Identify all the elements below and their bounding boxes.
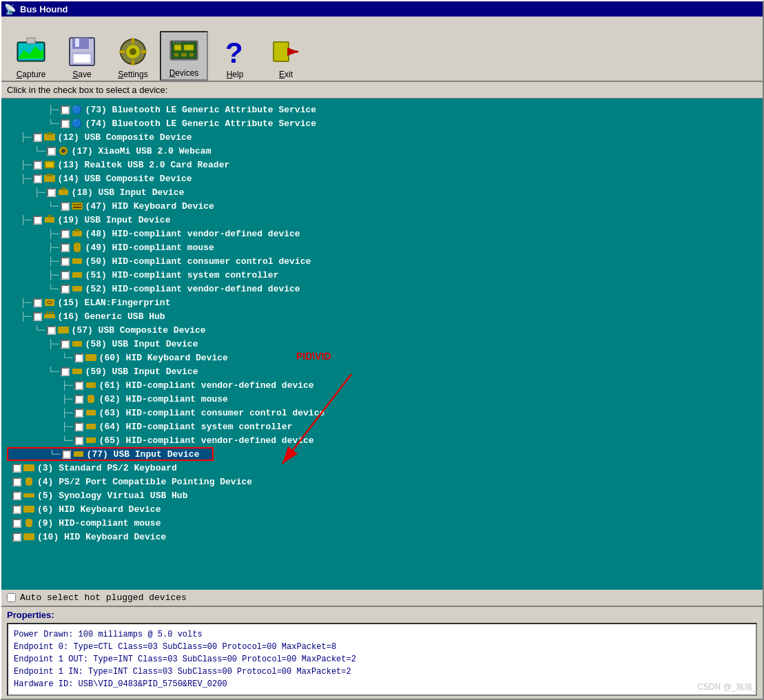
device-checkbox[interactable] bbox=[61, 243, 70, 252]
list-item[interactable]: └─ (57) USB Composite Device bbox=[7, 323, 757, 337]
device-checkbox[interactable] bbox=[74, 409, 83, 418]
list-item[interactable]: └─ (52) HID-compliant vendor-defined dev… bbox=[7, 282, 757, 296]
svg-rect-12 bbox=[132, 60, 134, 65]
usb-hub-icon bbox=[43, 311, 56, 322]
list-item[interactable]: (10) HID Keyboard Device bbox=[7, 530, 757, 544]
list-item[interactable]: (9) HID-compliant mouse bbox=[7, 516, 757, 530]
list-item[interactable]: (3) Standard PS/2 Keyboard bbox=[7, 461, 757, 475]
device-checkbox[interactable] bbox=[74, 395, 83, 404]
auto-select-label[interactable]: Auto select hot plugged devices bbox=[20, 593, 187, 603]
device-checkbox[interactable] bbox=[61, 119, 70, 128]
list-item[interactable]: └─ (17) XiaoMi USB 2.0 Webcam bbox=[7, 144, 757, 158]
device-checkbox[interactable] bbox=[33, 298, 42, 307]
toolbar: Capture Save bbox=[1, 17, 763, 82]
device-checkbox[interactable] bbox=[33, 133, 42, 142]
device-checkbox[interactable] bbox=[74, 422, 83, 431]
svg-rect-65 bbox=[86, 410, 96, 415]
device-checkbox[interactable] bbox=[61, 202, 70, 211]
list-item[interactable]: ├─ (48) HID-compliant vendor-defined dev… bbox=[7, 227, 757, 240]
capture-button[interactable]: Capture bbox=[7, 34, 55, 81]
device-checkbox[interactable] bbox=[33, 312, 42, 321]
device-checkbox[interactable] bbox=[12, 519, 21, 528]
hid-icon2 bbox=[71, 256, 83, 267]
device-checkbox[interactable] bbox=[61, 271, 70, 280]
list-item[interactable]: (6) HID Keyboard Device bbox=[7, 502, 757, 516]
list-item[interactable]: ├─ (16) Generic USB Hub bbox=[7, 309, 757, 323]
list-item[interactable]: (5) Synology Virtual USB Hub bbox=[7, 488, 757, 502]
list-item[interactable]: ├─ (64) HID-compliant system controller bbox=[7, 420, 757, 433]
device-checkbox[interactable] bbox=[74, 381, 83, 390]
svg-rect-57 bbox=[49, 311, 51, 314]
device-checkbox[interactable] bbox=[61, 340, 70, 349]
list-item[interactable]: ├─ (63) HID-compliant consumer control d… bbox=[7, 406, 757, 420]
hid-mouse-icon bbox=[23, 517, 35, 528]
list-item[interactable]: ├─ (49) HID-compliant mouse bbox=[7, 240, 757, 254]
list-item[interactable]: └─ (65) HID-compliant vendor-defined dev… bbox=[7, 433, 757, 447]
list-item[interactable]: ├─ (62) HID-compliant mouse bbox=[7, 392, 757, 406]
device-checkbox[interactable] bbox=[61, 105, 70, 114]
usb-composite-icon bbox=[43, 132, 56, 143]
svg-rect-21 bbox=[189, 53, 194, 56]
list-item[interactable]: ├─ (61) HID-compliant vendor-defined dev… bbox=[7, 378, 757, 392]
mouse-icon bbox=[71, 242, 83, 253]
auto-select-checkbox[interactable] bbox=[7, 593, 16, 602]
help-button[interactable]: ? Help bbox=[211, 34, 259, 81]
device-checkbox[interactable] bbox=[61, 367, 70, 376]
device-checkbox[interactable] bbox=[12, 533, 21, 542]
list-item[interactable]: ├─ (51) HID-compliant system controller bbox=[7, 268, 757, 282]
exit-label: Exit bbox=[279, 70, 293, 79]
device-checkbox[interactable] bbox=[62, 450, 71, 459]
device-checkbox[interactable] bbox=[12, 477, 21, 486]
save-button[interactable]: Save bbox=[58, 34, 106, 81]
device-checkbox[interactable] bbox=[74, 436, 83, 445]
selected-device-item[interactable]: └─ (77) USB Input Device bbox=[7, 447, 214, 461]
list-item[interactable]: ├─ 🔵 (73) Bluetooth LE Generic Attribute… bbox=[7, 103, 757, 116]
device-checkbox[interactable] bbox=[12, 505, 21, 514]
device-checkbox[interactable] bbox=[61, 285, 70, 294]
list-item[interactable]: └─ (47) HID Keyboard Device bbox=[7, 199, 757, 213]
list-item[interactable]: ├─ (15) ELAN:Fingerprint bbox=[7, 296, 757, 309]
list-item[interactable]: └─ 🔵 (74) Bluetooth LE Generic Attribute… bbox=[7, 116, 757, 130]
device-checkbox[interactable] bbox=[74, 353, 83, 362]
device-checkbox[interactable] bbox=[12, 464, 21, 473]
hid-icon7 bbox=[85, 421, 97, 432]
svg-rect-71 bbox=[23, 464, 34, 471]
list-item[interactable]: ├─ (12) USB Composite Device bbox=[7, 130, 757, 144]
list-item[interactable]: └─ (60) HID Keyboard Device bbox=[7, 351, 757, 364]
svg-rect-53 bbox=[72, 286, 82, 291]
device-checkbox[interactable] bbox=[47, 188, 56, 197]
usb-input-icon5 bbox=[72, 449, 85, 460]
device-checkbox[interactable] bbox=[12, 491, 21, 500]
list-item[interactable]: ├─ (14) USB Composite Device bbox=[7, 172, 757, 185]
property-line-3: Endpoint 1 OUT: Type=INT Class=03 SubCla… bbox=[14, 653, 750, 666]
device-checkbox[interactable] bbox=[61, 229, 70, 238]
svg-rect-13 bbox=[119, 50, 125, 53]
list-item[interactable]: ├─ (19) USB Input Device bbox=[7, 213, 757, 227]
device-checkbox[interactable] bbox=[61, 257, 70, 266]
svg-rect-14 bbox=[141, 50, 147, 53]
devices-button[interactable]: Devices bbox=[160, 31, 208, 81]
svg-rect-5 bbox=[75, 39, 79, 47]
device-checkbox[interactable] bbox=[33, 174, 42, 183]
ps2-keyboard-icon bbox=[23, 462, 35, 473]
svg-rect-48 bbox=[75, 229, 79, 231]
list-item[interactable]: ├─ (50) HID-compliant consumer control d… bbox=[7, 254, 757, 268]
svg-rect-56 bbox=[46, 311, 48, 314]
settings-button[interactable]: Settings bbox=[109, 34, 157, 81]
list-item[interactable]: ├─ (58) USB Input Device bbox=[7, 337, 757, 351]
svg-rect-64 bbox=[87, 395, 94, 403]
list-item[interactable]: ├─ (13) Realtek USB 2.0 Card Reader bbox=[7, 158, 757, 172]
device-checkbox[interactable] bbox=[47, 147, 56, 156]
svg-rect-39 bbox=[72, 203, 83, 209]
svg-rect-40 bbox=[73, 204, 74, 205]
svg-rect-46 bbox=[48, 215, 52, 218]
exit-button[interactable]: Exit bbox=[262, 34, 310, 81]
list-item[interactable]: └─ (59) USB Input Device bbox=[7, 364, 757, 378]
list-item[interactable]: (4) PS/2 Port Compatible Pointing Device bbox=[7, 475, 757, 488]
device-checkbox[interactable] bbox=[33, 161, 42, 169]
svg-rect-51 bbox=[72, 258, 82, 264]
list-item[interactable]: ├─ (18) USB Input Device bbox=[7, 185, 757, 199]
device-list-area[interactable]: ├─ 🔵 (73) Bluetooth LE Generic Attribute… bbox=[1, 99, 763, 590]
device-checkbox[interactable] bbox=[33, 216, 42, 225]
device-checkbox[interactable] bbox=[47, 326, 56, 335]
